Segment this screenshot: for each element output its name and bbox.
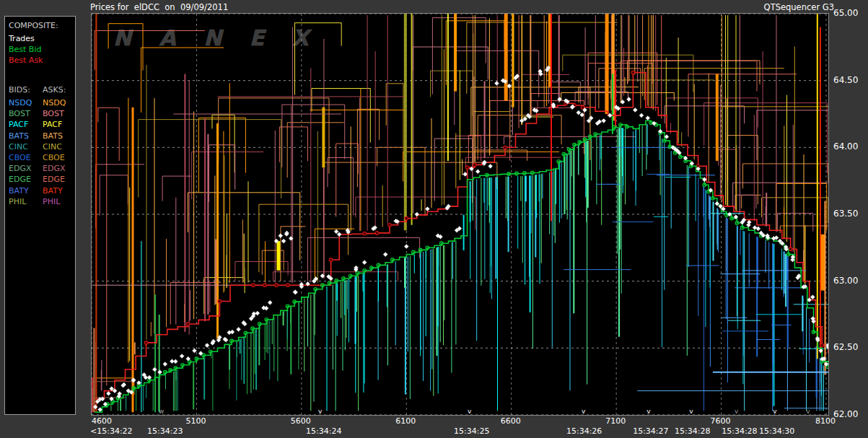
nanex-watermark: N A N E X: [113, 25, 319, 51]
y-axis-label: 64.00: [833, 141, 867, 152]
event-marker: v: [646, 408, 651, 415]
bid-exchange-cinc: CINC: [9, 142, 28, 152]
ask-exchange-edge: EDGE: [43, 175, 65, 184]
bid-exchange-phil: PHIL: [9, 197, 26, 206]
app-name: QTSequencer G3: [764, 2, 834, 12]
ask-exchange-cinc: CINC: [43, 142, 62, 152]
y-axis-label: 62.50: [833, 342, 867, 352]
x-axis-seq-label: 8100: [815, 416, 836, 426]
event-marker: v: [773, 408, 777, 415]
x-axis-time-label: 15:34:26: [566, 426, 602, 436]
event-marker: v: [318, 408, 323, 415]
ask-exchange-bost: BOST: [43, 109, 64, 118]
x-axis-time-label: 15:34:28: [675, 426, 710, 436]
bids-header: BIDS:: [9, 85, 30, 95]
legend-item-trades: Trades: [9, 34, 35, 43]
price-chart-canvas[interactable]: N A N E Xwvvvvvvvv: [91, 13, 829, 416]
ask-exchange-edgx: EDGX: [43, 164, 65, 173]
price-chart-svg: N A N E Xwvvvvvvvv: [92, 14, 828, 415]
y-axis-label: 63.50: [833, 209, 867, 219]
bid-exchange-bost: BOST: [9, 109, 30, 118]
composite-label: COMPOSITE:: [9, 21, 58, 30]
x-axis-time-label: 15:34:27: [633, 426, 668, 436]
ask-exchange-phil: PHIL: [43, 197, 60, 206]
legend-item-best-ask: Best Ask: [9, 56, 43, 65]
bid-exchange-pacf: PACF: [9, 120, 28, 129]
ask-exchange-baty: BATY: [43, 186, 63, 196]
chart-title: Prices for elDCC on 09/09/2011: [90, 2, 228, 12]
asks-header: ASKS:: [43, 85, 66, 95]
y-axis-label: 65.00: [833, 8, 867, 18]
ask-exchange-cboe: CBOE: [43, 153, 65, 162]
x-axis-time-label: 15:34:23: [147, 426, 183, 436]
x-axis-seq-label: 6100: [395, 416, 416, 426]
event-marker: v: [582, 408, 586, 415]
bid-exchange-edgx: EDGX: [9, 164, 31, 173]
bid-exchange-edge: EDGE: [9, 175, 31, 184]
ask-exchange-nsdq: NSDQ: [43, 98, 66, 108]
x-axis-time-label: 15:34:25: [454, 426, 489, 436]
event-marker: w: [159, 408, 164, 415]
event-marker: v: [806, 408, 810, 415]
ask-exchange-bats: BATS: [43, 131, 63, 141]
x-axis-seq-label: 6600: [501, 416, 521, 426]
legend-panel: COMPOSITE: TradesBest BidBest Ask BIDS: …: [4, 16, 76, 415]
x-axis-seq-label: 5100: [185, 416, 206, 426]
event-marker: v: [735, 408, 739, 415]
x-axis-seq-label: 7600: [711, 416, 731, 426]
x-axis-seq-label: 7100: [605, 416, 626, 426]
y-axis-label: 64.50: [833, 75, 867, 85]
x-axis-time-label: 15:34:30: [759, 426, 794, 436]
x-axis-time-label: 15:34:24: [306, 426, 341, 436]
event-marker: v: [689, 408, 693, 415]
qtsequencer-window: Prices for elDCC on 09/09/2011 QTSequenc…: [0, 0, 868, 438]
y-axis-label: 62.00: [833, 409, 867, 419]
x-axis-seq-label: 5600: [291, 416, 311, 426]
legend-item-best-bid: Best Bid: [9, 45, 41, 54]
bid-exchange-bats: BATS: [9, 131, 29, 141]
x-axis-time-label: 15:34:28: [722, 426, 757, 436]
bid-exchange-cboe: CBOE: [9, 153, 31, 162]
ask-exchange-pacf: PACF: [43, 120, 62, 129]
event-marker: v: [468, 408, 472, 415]
x-axis-seq-label: 4600: [92, 416, 112, 426]
y-axis-label: 63.00: [833, 276, 867, 286]
x-axis-time-label: <15:34:22: [90, 426, 133, 436]
bid-exchange-nsdq: NSDQ: [9, 98, 32, 108]
bid-exchange-baty: BATY: [9, 186, 29, 196]
